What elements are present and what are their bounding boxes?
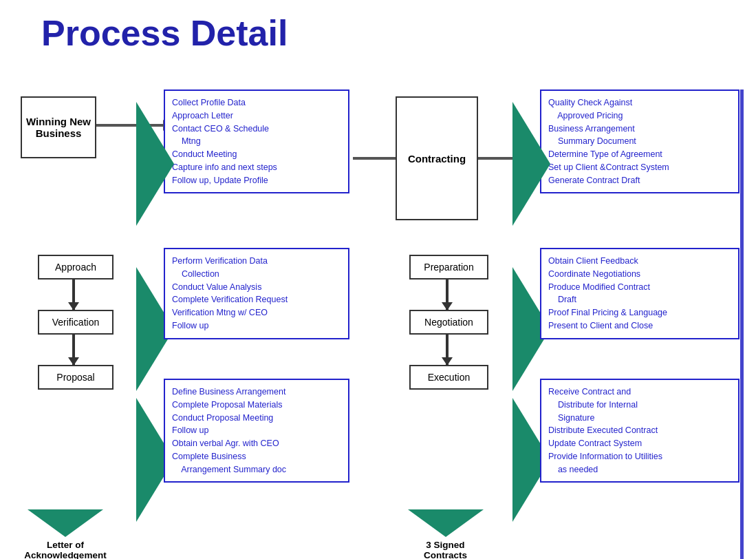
- execution-box: Execution: [409, 365, 488, 390]
- contracting-box: Contracting: [396, 96, 478, 220]
- left-green-triangle-top: [136, 102, 174, 226]
- negotiation-label: Negotiation: [424, 317, 473, 328]
- right-green-triangle-top: [512, 102, 550, 226]
- approach-verification-arrow: [72, 280, 75, 310]
- right-detail-bot-content: Receive Contract and Distribute for Inte…: [548, 386, 731, 476]
- negotiation-execution-arrow: [446, 335, 449, 365]
- approach-label: Approach: [55, 262, 96, 273]
- negotiation-box: Negotiation: [409, 310, 488, 335]
- main-canvas: Winning NewBusiness Collect Profile Data…: [0, 89, 756, 559]
- right-detail-top-box: Quality Check Against Approved Pricing B…: [540, 89, 739, 193]
- letter-label: Letter ofAcknowledgement: [21, 540, 110, 559]
- verification-box: Verification: [38, 310, 114, 335]
- preparation-label: Preparation: [424, 262, 473, 273]
- right-detail-bot-box: Receive Contract and Distribute for Inte…: [540, 379, 739, 483]
- contracting-label: Contracting: [408, 153, 466, 165]
- approach-box: Approach: [38, 255, 114, 280]
- right-detail-mid-box: Obtain Client Feedback Coordinate Negoti…: [540, 248, 739, 339]
- left-detail-top-box: Collect Profile Data Approach Letter Con…: [164, 89, 349, 193]
- signed-contracts-box: 3 SignedContracts: [396, 509, 495, 559]
- left-detail-mid-content: Perform Verification Data Collection Con…: [172, 255, 341, 333]
- signed-triangle-down: [408, 509, 484, 537]
- signed-label: 3 SignedContracts: [396, 540, 495, 559]
- right-detail-top-content: Quality Check Against Approved Pricing B…: [548, 96, 731, 187]
- letter-acknowledgement-box: Letter ofAcknowledgement: [21, 509, 110, 559]
- left-detail-bot-content: Define Business Arrangement Complete Pro…: [172, 386, 341, 476]
- right-edge-line: [740, 89, 744, 559]
- left-detail-top-content: Collect Profile Data Approach Letter Con…: [172, 96, 341, 187]
- verification-label: Verification: [52, 317, 99, 328]
- verification-proposal-arrow: [72, 335, 75, 365]
- proposal-label: Proposal: [56, 372, 94, 383]
- winning-new-business-box: Winning NewBusiness: [21, 96, 96, 158]
- right-detail-mid-content: Obtain Client Feedback Coordinate Negoti…: [548, 255, 731, 333]
- left-detail-mid-box: Perform Verification Data Collection Con…: [164, 248, 349, 339]
- preparation-negotiation-arrow: [446, 280, 449, 310]
- proposal-box: Proposal: [38, 365, 114, 390]
- execution-label: Execution: [428, 372, 470, 383]
- left-detail-bot-box: Define Business Arrangement Complete Pro…: [164, 379, 349, 483]
- wnb-label: Winning NewBusiness: [26, 116, 91, 139]
- page-title: Process Detail: [0, 0, 756, 61]
- preparation-box: Preparation: [409, 255, 488, 280]
- letter-triangle-down: [28, 509, 103, 537]
